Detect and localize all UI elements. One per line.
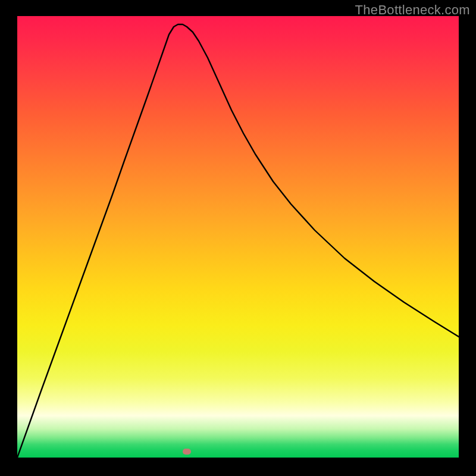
optimal-point-marker	[183, 449, 191, 455]
bottleneck-curve	[17, 16, 459, 458]
chart-frame	[17, 16, 459, 458]
watermark-text: TheBottleneck.com	[355, 2, 470, 18]
